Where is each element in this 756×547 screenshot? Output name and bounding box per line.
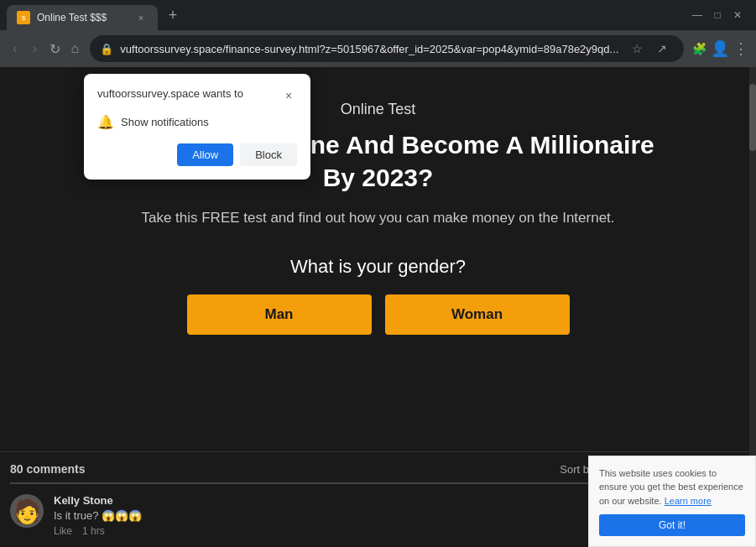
back-button[interactable]: ‹ — [7, 37, 23, 60]
close-window-button[interactable]: ✕ — [733, 10, 743, 20]
online-test-label: Online Test — [341, 101, 416, 118]
comment-body: Kelly Stone Is it true? 😱😱😱 Like 1 hrs — [54, 494, 622, 537]
comment-time: 1 hrs — [82, 525, 105, 537]
avatar-image: 🧑 — [13, 498, 42, 525]
home-icon: ⌂ — [71, 41, 80, 56]
window-controls: — □ ✕ — [692, 10, 749, 20]
woman-button[interactable]: Woman — [385, 294, 570, 335]
new-tab-button[interactable]: + — [161, 3, 185, 27]
notification-popup: vuftoorssurvey.space wants to × 🔔 Show n… — [84, 74, 310, 180]
lock-icon: 🔒 — [100, 43, 113, 55]
comment-actions: Like 1 hrs — [54, 525, 622, 537]
man-button[interactable]: Man — [187, 294, 372, 335]
cookie-banner: This website uses cookies to ensure you … — [588, 456, 756, 548]
notification-header: vuftoorssurvey.space wants to × — [97, 87, 297, 104]
browser-menu-button[interactable]: ⋮ — [733, 37, 749, 60]
url-text: vuftoorssurvey.space/finance-survey.html… — [120, 43, 618, 55]
learn-more-link[interactable]: Learn more — [665, 496, 712, 506]
comment-text: Is it true? 😱😱😱 — [54, 509, 622, 522]
gender-buttons: Man Woman — [187, 294, 570, 335]
allow-button[interactable]: Allow — [177, 143, 233, 166]
home-button[interactable]: ⌂ — [66, 37, 83, 60]
forward-icon: › — [33, 41, 37, 56]
table-row: 🧑 Kelly Stone Is it true? 😱😱😱 Like 1 hrs — [10, 494, 622, 537]
refresh-icon: ↻ — [50, 41, 60, 57]
page-content: vuftoorssurvey.space wants to × 🔔 Show n… — [0, 67, 756, 547]
tab-favicon: $ — [17, 11, 30, 24]
comments-divider — [10, 482, 622, 484]
extensions-icon[interactable]: 🧩 — [691, 37, 707, 60]
cookie-text: This website uses cookies to ensure you … — [599, 466, 745, 508]
scrollbar-thumb[interactable] — [749, 84, 756, 151]
gender-question: What is your gender? — [290, 256, 466, 278]
browser-frame: $ Online Test $$$ × + — □ ✕ ‹ › ↻ ⌂ 🔒 vu… — [0, 0, 756, 547]
address-bar: ‹ › ↻ ⌂ 🔒 vuftoorssurvey.space/finance-s… — [0, 30, 756, 67]
active-tab[interactable]: $ Online Test $$$ × — [7, 5, 158, 30]
tab-title: Online Test $$$ — [37, 12, 128, 23]
bookmark-icon[interactable]: ☆ — [625, 37, 649, 60]
block-button[interactable]: Block — [240, 143, 297, 166]
comments-count: 80 comments — [10, 462, 85, 476]
address-actions: ☆ ↗ — [625, 37, 674, 60]
survey-subheadline: Take this FREE test and find out how you… — [141, 207, 614, 229]
notification-buttons: Allow Block — [97, 143, 297, 166]
share-icon[interactable]: ↗ — [650, 37, 674, 60]
notification-show-label: Show notifications — [121, 116, 209, 128]
bell-icon: 🔔 — [97, 114, 114, 130]
like-button[interactable]: Like — [54, 525, 72, 537]
back-icon: ‹ — [13, 41, 17, 56]
comment-author: Kelly Stone — [54, 494, 622, 507]
maximize-button[interactable]: □ — [712, 10, 722, 20]
notification-bell-row: 🔔 Show notifications — [97, 114, 297, 130]
comments-header: 80 comments Sort by: Top — [10, 462, 622, 476]
tab-close-button[interactable]: × — [134, 11, 148, 24]
got-it-button[interactable]: Got it! — [599, 514, 745, 536]
address-bar-input[interactable]: 🔒 vuftoorssurvey.space/finance-survey.ht… — [90, 35, 684, 62]
notification-close-button[interactable]: × — [280, 87, 297, 104]
forward-button[interactable]: › — [27, 37, 44, 60]
refresh-button[interactable]: ↻ — [47, 37, 64, 60]
minimize-button[interactable]: — — [692, 10, 702, 20]
tab-bar: $ Online Test $$$ × + — □ ✕ — [0, 0, 756, 30]
notification-title: vuftoorssurvey.space wants to — [97, 87, 243, 100]
avatar: 🧑 — [10, 494, 44, 528]
user-profile-icon[interactable]: 👤 — [711, 37, 729, 60]
